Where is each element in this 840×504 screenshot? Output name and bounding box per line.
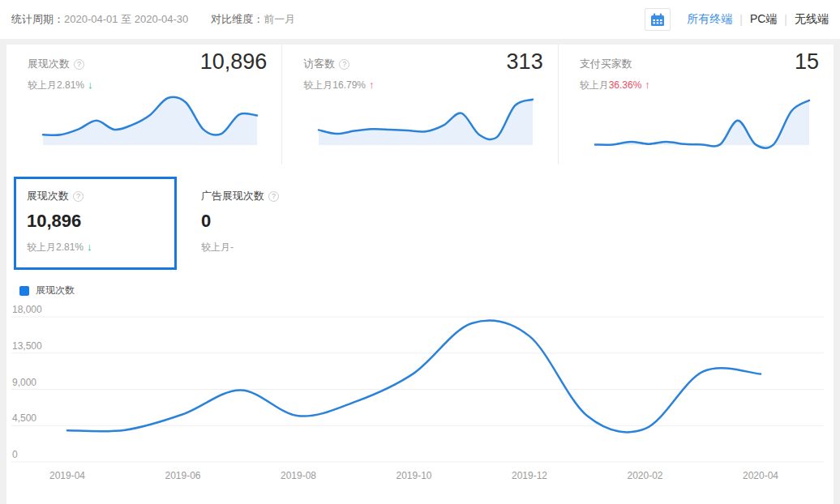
metric-change: 较上月- <box>201 241 333 254</box>
y-axis-label: 9,000 <box>12 377 36 388</box>
metric-title: 广告展现次数 ? <box>201 189 333 203</box>
impressions-trend-chart[interactable]: 04,5009,00013,50018,0002019-042019-06201… <box>11 304 829 498</box>
kpi-value: 313 <box>507 49 543 75</box>
help-icon[interactable]: ? <box>74 59 84 70</box>
stat-period-value: 2020-04-01 至 2020-04-30 <box>64 12 188 27</box>
chart-legend: 展现次数 <box>19 284 75 297</box>
x-axis-label: 2020-04 <box>743 470 778 481</box>
y-axis-label: 13,500 <box>12 340 42 352</box>
kpi-value: 15 <box>795 49 819 75</box>
trend-arrow-icon: ↓ <box>87 241 92 253</box>
analytics-panel: 展现次数 ? 10,896 较上月2.81%↓ 访客数 ? 313 较上月16.… <box>6 45 834 504</box>
kpi-card-impressions[interactable]: 展现次数 ? 10,896 较上月2.81%↓ <box>6 45 282 164</box>
header-bar: 统计周期： 2020-04-01 至 2020-04-30 对比维度： 前一月 … <box>0 0 840 39</box>
compare-dim-label: 对比维度： <box>211 12 264 27</box>
trend-chart-svg: 04,5009,00013,50018,0002019-042019-06201… <box>11 304 829 498</box>
terminal-switcher: 所有终端 | PC端 | 无线端 <box>645 8 829 31</box>
help-icon[interactable]: ? <box>268 191 279 202</box>
sparkline-area <box>319 100 533 145</box>
sparkline-area <box>43 97 257 145</box>
metric-title: 展现次数 ? <box>27 189 164 203</box>
period-info: 统计周期： 2020-04-01 至 2020-04-30 对比维度： 前一月 <box>11 12 295 27</box>
terminal-tab-wireless[interactable]: 无线端 <box>795 12 829 27</box>
help-icon[interactable]: ? <box>73 191 84 202</box>
terminal-tab-pc[interactable]: PC端 <box>750 12 777 27</box>
metric-value: 0 <box>201 211 333 232</box>
y-axis-label: 18,000 <box>12 304 42 315</box>
metric-card-ad-impressions[interactable]: 广告展现次数 ? 0 较上月- <box>188 177 346 270</box>
compare-dim-value: 前一月 <box>264 12 295 27</box>
stat-period-label: 统计周期： <box>11 12 64 27</box>
help-icon[interactable]: ? <box>339 59 349 70</box>
y-axis-label: 4,500 <box>12 412 36 424</box>
metric-value: 10,896 <box>27 211 164 232</box>
sparkline-paid-buyers <box>593 89 812 151</box>
sparkline-line <box>595 100 809 148</box>
kpi-cards-row: 展现次数 ? 10,896 较上月2.81%↓ 访客数 ? 313 较上月16.… <box>6 45 834 164</box>
x-axis-label: 2019-04 <box>49 470 85 481</box>
kpi-card-visitors[interactable]: 访客数 ? 313 较上月16.79%↑ <box>282 45 558 164</box>
kpi-title: 访客数 ? <box>303 49 349 71</box>
calendar-icon <box>650 13 665 27</box>
trend-line <box>67 320 761 432</box>
terminal-tab-all[interactable]: 所有终端 <box>687 12 732 27</box>
divider: | <box>739 13 743 26</box>
x-axis-label: 2019-12 <box>512 470 547 481</box>
kpi-value: 10,896 <box>200 49 268 75</box>
x-axis-label: 2020-02 <box>627 470 662 481</box>
y-axis-label: 0 <box>12 449 18 460</box>
sparkline-visitors <box>316 89 535 151</box>
legend-swatch <box>19 286 29 296</box>
kpi-title: 支付买家数 <box>580 49 632 71</box>
divider: | <box>784 13 787 26</box>
metric-change: 较上月2.81%↓ <box>27 241 164 254</box>
x-axis-label: 2019-10 <box>396 470 431 481</box>
legend-label: 展现次数 <box>36 284 75 297</box>
metric-card-impressions[interactable]: 展现次数 ? 10,896 较上月2.81%↓ <box>14 177 177 270</box>
calendar-button[interactable] <box>645 8 671 31</box>
kpi-title: 展现次数 ? <box>28 49 84 71</box>
x-axis-label: 2019-06 <box>165 470 200 481</box>
kpi-card-paid-buyers[interactable]: 支付买家数 15 较上月36.36%↑ <box>559 45 834 164</box>
x-axis-label: 2019-08 <box>281 470 316 481</box>
sparkline-impressions <box>41 89 259 151</box>
